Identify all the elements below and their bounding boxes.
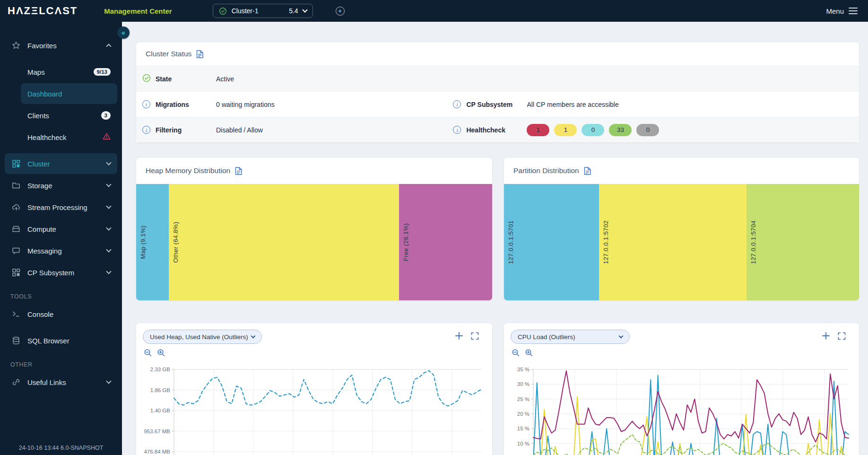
- healthcheck-badge-1[interactable]: 1: [554, 124, 577, 136]
- sidebar-item-label: Console: [27, 310, 53, 318]
- chevron-down-icon: [251, 333, 256, 338]
- metric-select[interactable]: CPU Load (Outliers): [511, 330, 630, 344]
- sidebar-item-dashboard[interactable]: Dashboard: [21, 83, 117, 104]
- state-label: State: [156, 75, 216, 83]
- sidebar-item-label: Healthcheck: [27, 133, 67, 141]
- link-icon: [11, 378, 21, 386]
- cluster-grid-icon: [11, 159, 21, 168]
- main-content: « Cluster Status State Active i Migratio…: [122, 22, 868, 455]
- sidebar-item-label: Dashboard: [27, 90, 62, 98]
- sidebar-item-storage[interactable]: Storage: [5, 175, 117, 196]
- heap-dist-segment-0[interactable]: Map (9.1%): [136, 184, 169, 300]
- heap-memory-distribution-panel: Heap Memory Distribution Map (9.1%)Other…: [136, 157, 493, 301]
- star-icon: [11, 41, 21, 50]
- sidebar-item-healthcheck[interactable]: Healthcheck: [5, 127, 117, 148]
- y-tick-label: 30 %: [517, 381, 529, 387]
- healthcheck-badge-4[interactable]: 0: [636, 124, 659, 136]
- clients-count-badge: 3: [101, 111, 111, 120]
- menu-label: Menu: [826, 7, 844, 15]
- segment-label: Map (9.1%): [139, 225, 147, 259]
- sidebar-item-cp-subsystem[interactable]: CP Subsystem: [5, 262, 117, 283]
- partition-distribution-bar: 127.0.0.1:5701127.0.0.1:5702127.0.0.1:57…: [504, 184, 859, 300]
- metric-select[interactable]: Used Heap, Used Native (Outliers): [143, 330, 262, 344]
- add-chart-button[interactable]: [822, 332, 830, 340]
- docs-icon[interactable]: [235, 167, 242, 175]
- chevron-down-icon: [106, 203, 111, 209]
- chevron-down-icon: [106, 378, 111, 384]
- chat-bubble-icon: [11, 246, 21, 255]
- y-tick-label: 20 %: [517, 411, 529, 417]
- zoom-out-icon[interactable]: [144, 349, 152, 357]
- chevron-down-icon: [302, 7, 307, 12]
- info-icon[interactable]: i: [142, 126, 150, 134]
- cluster-connected-icon: [219, 7, 227, 15]
- partition-dist-segment-1[interactable]: 127.0.0.1:5702: [599, 184, 746, 300]
- y-tick-label: 15 %: [517, 426, 529, 431]
- state-ok-icon: [142, 74, 151, 84]
- sidebar-item-label: Clients: [27, 112, 49, 120]
- healthcheck-badge-3[interactable]: 33: [609, 124, 632, 136]
- series-member-blue: [533, 376, 849, 455]
- cpu-load-chart[interactable]: 35 %30 %25 %20 %15 %10 %5 %: [511, 358, 852, 455]
- segment-label: 127.0.0.1:5701: [507, 220, 514, 264]
- heap-usage-chart[interactable]: 2.33 GB1.86 GB1.40 GB953.67 MB476.84 MB: [143, 358, 486, 455]
- sidebar-item-compute[interactable]: Compute: [5, 219, 117, 239]
- zoom-out-icon[interactable]: [512, 349, 520, 357]
- heap-dist-segment-1[interactable]: Other (64.8%): [169, 184, 399, 300]
- sidebar-item-clients[interactable]: Clients 3: [5, 105, 117, 126]
- sidebar: Favorites Maps 9/13 Dashboard Clients 3 …: [0, 22, 122, 455]
- sidebar-item-favorites[interactable]: Favorites: [5, 35, 117, 56]
- partition-dist-segment-0[interactable]: 127.0.0.1:5701: [504, 184, 599, 300]
- healthcheck-badge-0[interactable]: 1: [527, 124, 549, 136]
- cluster-version: 5.4: [289, 7, 298, 15]
- heap-dist-segment-2[interactable]: Free (26.1%): [399, 184, 492, 300]
- metric-select-value: Used Heap, Used Native (Outliers): [150, 333, 248, 341]
- metric-select-value: CPU Load (Outliers): [518, 333, 575, 341]
- sidebar-collapse-button[interactable]: «: [117, 26, 130, 39]
- add-chart-button[interactable]: [455, 332, 463, 340]
- sidebar-item-console[interactable]: Console: [5, 304, 117, 324]
- partition-distribution-panel: Partition Distribution 127.0.0.1:5701127…: [503, 157, 859, 301]
- sidebar-item-useful-links[interactable]: Useful Links: [5, 372, 117, 393]
- sidebar-item-stream-processing[interactable]: Stream Processing: [5, 197, 117, 218]
- y-tick-label: 10 %: [517, 441, 529, 446]
- chevron-down-icon: [619, 333, 624, 338]
- migrations-value: 0 waiting migrations: [216, 101, 275, 108]
- chevron-down-icon: [106, 269, 111, 274]
- maps-count-badge: 9/13: [94, 68, 111, 76]
- cp-subsystem-value: All CP members are accessible: [527, 101, 618, 108]
- partition-dist-segment-2[interactable]: 127.0.0.1:5704: [746, 184, 859, 300]
- docs-icon[interactable]: [196, 50, 203, 58]
- sidebar-item-label: Messaging: [27, 247, 62, 255]
- heap-chart-panel: Used Heap, Used Native (Outliers) 2.33 G…: [136, 323, 493, 455]
- fullscreen-icon[interactable]: [471, 332, 479, 340]
- cpu-line-svg: 35 %30 %25 %20 %15 %10 %5 %: [511, 358, 852, 455]
- status-row-migrations: i Migrations 0 waiting migrations i CP S…: [136, 91, 859, 117]
- panel-title: Cluster Status: [146, 50, 191, 58]
- info-icon[interactable]: i: [453, 126, 461, 134]
- sidebar-item-messaging[interactable]: Messaging: [5, 240, 117, 261]
- y-tick-label: 476.84 MB: [144, 449, 170, 455]
- healthcheck-badge-2[interactable]: 0: [582, 124, 604, 136]
- zoom-in-icon[interactable]: [525, 349, 533, 357]
- sidebar-item-label: CP Subsystem: [27, 269, 74, 277]
- sidebar-item-sql-browser[interactable]: SQL Browser: [5, 330, 117, 351]
- cluster-selector[interactable]: Cluster-1 5.4: [213, 4, 313, 18]
- status-row-state: State Active: [136, 66, 859, 91]
- add-cluster-button[interactable]: +: [336, 7, 345, 16]
- menu-button[interactable]: Menu: [826, 7, 858, 15]
- segment-label: Free (26.1%): [402, 223, 409, 262]
- fullscreen-icon[interactable]: [838, 332, 846, 340]
- sidebar-item-maps[interactable]: Maps 9/13: [5, 61, 117, 82]
- zoom-in-icon[interactable]: [157, 349, 165, 357]
- sidebar-item-cluster[interactable]: Cluster: [5, 153, 117, 174]
- hamburger-icon: [849, 8, 858, 14]
- cp-subsystem-label: CP Subsystem: [466, 101, 527, 108]
- database-icon: [11, 336, 21, 345]
- panel-title: Partition Distribution: [513, 166, 579, 175]
- y-tick-label: 1.86 GB: [150, 387, 171, 393]
- info-icon[interactable]: i: [453, 100, 461, 108]
- docs-icon[interactable]: [584, 167, 591, 175]
- sidebar-item-label: Stream Processing: [27, 203, 87, 211]
- info-icon[interactable]: i: [142, 100, 150, 108]
